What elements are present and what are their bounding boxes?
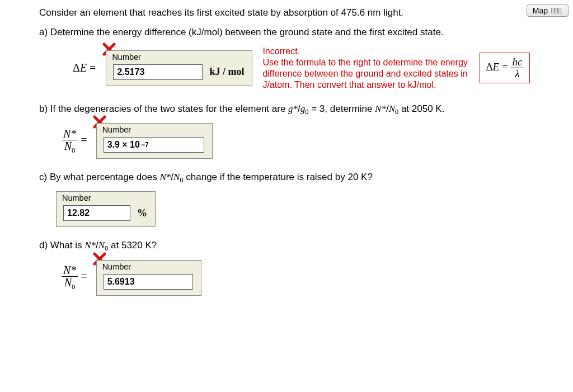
part-c-answer-box: Number %	[56, 191, 156, 227]
part-b-prompt: b) If the degeneracies of the two states…	[39, 103, 573, 116]
part-a-input[interactable]	[113, 64, 203, 80]
intro-text: Consider an element that reaches its fir…	[39, 7, 573, 20]
part-a-answer-wrap: Number kJ / mol	[106, 50, 252, 86]
number-label: Number	[62, 193, 91, 202]
formula-den: λ	[510, 68, 524, 79]
question-page: Consider an element that reaches its fir…	[0, 0, 573, 296]
number-label: Number	[112, 53, 141, 62]
part-a-feedback: Incorrect. Use the formula to the right …	[262, 46, 469, 91]
number-label: Number	[102, 262, 131, 271]
part-d-input[interactable]	[104, 274, 193, 290]
part-d-prompt: d) What is N*/N0 at 5320 K?	[39, 239, 573, 253]
number-label: Number	[102, 125, 131, 134]
part-c-row: Number %	[56, 191, 573, 227]
part-a-row: ΔE = Number kJ / mol Incorrect. Use the …	[73, 46, 573, 91]
part-d-answer-box: Number	[96, 260, 201, 296]
part-b-prefix: N* N0 =	[62, 128, 87, 154]
feedback-text: Use the formula to the right to determin…	[262, 58, 467, 89]
part-c-prompt: c) By what percentage does N*/N0 change …	[39, 171, 573, 185]
part-b-input[interactable]: 3.9 × 10−7	[104, 137, 204, 153]
part-b-answer-wrap: Number 3.9 × 10−7	[96, 123, 213, 159]
part-b-row: N* N0 = Number 3.9 × 10−7	[62, 123, 573, 159]
formula-num: hc	[510, 56, 524, 68]
part-c-unit: %	[137, 207, 147, 219]
feedback-incorrect: Incorrect.	[262, 46, 300, 56]
part-d-row: N* N0 = Number	[62, 260, 573, 296]
part-d-answer-wrap: Number	[96, 260, 201, 296]
part-d-prefix: N* N0 =	[62, 265, 87, 291]
part-a-unit: kJ / mol	[209, 66, 244, 78]
part-a-answer-box: Number kJ / mol	[106, 50, 252, 86]
part-c-input[interactable]	[63, 205, 130, 221]
part-a-prefix: ΔE =	[73, 62, 96, 74]
part-a-prompt: a) Determine the energy difference (kJ/m…	[39, 26, 573, 39]
part-a-formula: ΔE = hc λ	[480, 53, 530, 83]
part-b-answer-box: Number 3.9 × 10−7	[96, 123, 213, 159]
part-c-answer-wrap: Number %	[56, 191, 156, 227]
